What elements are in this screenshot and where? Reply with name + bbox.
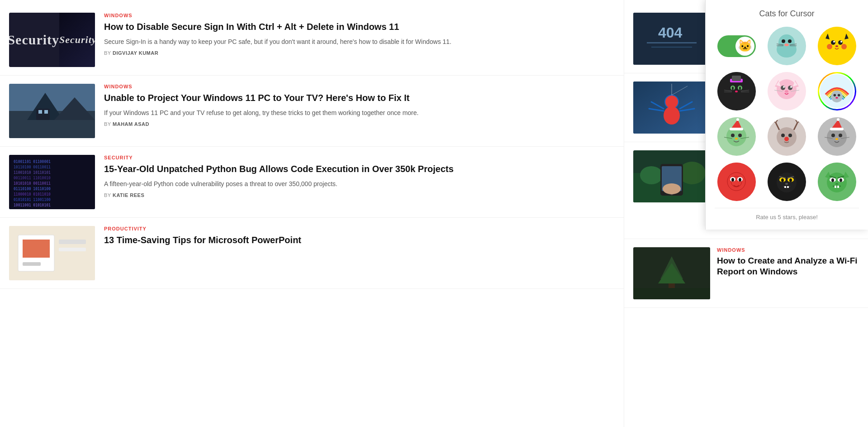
svg-point-54 <box>788 39 792 43</box>
article-category[interactable]: PRODUCTIVITY <box>104 226 615 231</box>
cat-santa-green[interactable] <box>715 117 758 156</box>
right-article-thumbnail[interactable]: 404 <box>633 13 710 65</box>
article-title[interactable]: 13 Time-Saving Tips for Microsoft PowerP… <box>104 234 615 246</box>
cat-toggle-item[interactable]: 🐱 <box>715 27 758 65</box>
svg-rect-76 <box>732 76 741 81</box>
svg-point-136 <box>726 172 746 192</box>
cat-reindeer[interactable] <box>765 117 808 156</box>
svg-point-131 <box>839 134 842 137</box>
svg-point-111 <box>735 138 738 139</box>
svg-point-69 <box>840 41 842 43</box>
cat-spider[interactable] <box>715 163 758 201</box>
right-article-thumbnail[interactable] <box>633 82 710 134</box>
svg-point-68 <box>833 41 835 43</box>
cat-pink[interactable] <box>765 72 808 110</box>
article-excerpt: If your Windows 11 PC and your TV refuse… <box>104 108 615 118</box>
article-author: BY MAHAM ASAD <box>104 121 615 127</box>
svg-rect-26 <box>651 47 692 48</box>
svg-point-147 <box>781 178 784 182</box>
right-article-content: WINDOWS How to Create and Analyze a Wi-F… <box>717 247 859 281</box>
svg-rect-165 <box>835 186 836 188</box>
article-thumbnail[interactable]: 01001101 01100001 10110100 00110011 1100… <box>9 155 95 209</box>
svg-point-67 <box>838 40 843 45</box>
svg-point-123 <box>788 134 792 137</box>
svg-point-102 <box>838 94 840 97</box>
svg-rect-20 <box>23 262 41 266</box>
right-article-category[interactable]: WINDOWS <box>717 247 859 253</box>
svg-rect-22 <box>59 248 86 251</box>
article-category[interactable]: WINDOWS <box>104 84 615 89</box>
svg-point-74 <box>727 80 745 98</box>
cat-villain[interactable] <box>765 163 808 201</box>
svg-point-87 <box>777 79 797 99</box>
svg-rect-19 <box>23 240 50 258</box>
svg-point-141 <box>731 178 734 182</box>
article-thumbnail[interactable] <box>9 226 95 280</box>
svg-point-66 <box>831 40 835 45</box>
svg-point-55 <box>784 43 789 46</box>
cats-popup-title: Cats for Cursor <box>715 9 859 19</box>
article-item: Security WINDOWS How to Disable Secure S… <box>0 5 624 76</box>
svg-point-95 <box>790 86 792 88</box>
svg-point-53 <box>782 39 785 43</box>
cat-teal[interactable] <box>765 27 808 65</box>
article-content: WINDOWS Unable to Project Your Windows 1… <box>104 84 615 127</box>
right-article-item: WINDOWS How to Create and Analyze a Wi-F… <box>624 239 868 308</box>
article-content: SECURITY 15-Year-Old Unpatched Python Bu… <box>104 155 615 198</box>
svg-rect-152 <box>784 186 786 188</box>
svg-point-79 <box>732 86 734 90</box>
svg-text:11001010 10110101: 11001010 10110101 <box>14 171 51 175</box>
svg-point-94 <box>783 86 785 88</box>
cat-pikachu[interactable] <box>816 27 859 65</box>
svg-point-44 <box>663 183 681 194</box>
right-article-title[interactable]: How to Create and Analyze a Wi-Fi Report… <box>717 255 859 278</box>
svg-point-161 <box>840 178 842 182</box>
cat-santa-grey[interactable] <box>816 117 859 156</box>
article-author: BY DIGVIJAY KUMAR <box>104 50 615 56</box>
right-article-thumbnail[interactable] <box>633 150 710 202</box>
svg-text:01010101 11001100: 01010101 11001100 <box>14 198 51 202</box>
article-item: WINDOWS Unable to Project Your Windows 1… <box>0 76 624 147</box>
svg-rect-128 <box>830 128 844 130</box>
cat-green-angry[interactable] <box>816 163 859 201</box>
svg-rect-166 <box>837 186 839 188</box>
cats-popup: Cats for Cursor 🐱 <box>705 0 868 230</box>
svg-point-80 <box>739 86 741 90</box>
svg-point-108 <box>736 118 739 121</box>
svg-point-129 <box>837 118 840 121</box>
article-excerpt: A fifteen-year-old Python code vulnerabi… <box>104 179 615 189</box>
svg-text:01110100 10110100: 01110100 10110100 <box>14 187 51 191</box>
article-title[interactable]: How to Disable Secure Sign In With Ctrl … <box>104 21 615 33</box>
svg-point-124 <box>784 137 789 141</box>
article-category[interactable]: SECURITY <box>104 155 615 160</box>
svg-point-103 <box>836 97 839 99</box>
svg-text:00110011 11010010: 00110011 11010010 <box>14 176 51 180</box>
article-title[interactable]: Unable to Project Your Windows 11 PC to … <box>104 92 615 104</box>
svg-point-71 <box>841 44 847 49</box>
security-thumb-image: Security <box>59 13 95 67</box>
svg-point-160 <box>831 178 834 182</box>
article-thumbnail[interactable] <box>9 84 95 138</box>
cat-black[interactable] <box>715 72 758 110</box>
main-layout: Security WINDOWS How to Disable Secure S… <box>0 0 868 427</box>
svg-point-30 <box>664 106 680 125</box>
article-thumbnail[interactable]: Security <box>9 13 95 67</box>
left-articles-section: Security WINDOWS How to Disable Secure S… <box>0 0 624 427</box>
article-author: BY KATIE REES <box>104 192 615 198</box>
svg-point-144 <box>777 173 797 192</box>
svg-point-109 <box>731 134 735 137</box>
article-title[interactable]: 15-Year-Old Unpatched Python Bug Allows … <box>104 163 615 175</box>
svg-text:01001101 01100001: 01001101 01100001 <box>14 160 51 164</box>
right-article-thumbnail[interactable] <box>633 247 710 299</box>
svg-point-132 <box>835 138 838 140</box>
svg-point-70 <box>827 44 832 49</box>
svg-rect-25 <box>647 42 697 43</box>
article-content: PRODUCTIVITY 13 Time-Saving Tips for Mic… <box>104 226 615 250</box>
cat-rainbow[interactable] <box>816 72 859 110</box>
svg-point-164 <box>835 183 838 185</box>
article-excerpt: Secure Sign-In is a handy way to keep yo… <box>104 37 615 47</box>
svg-rect-6 <box>44 110 48 114</box>
cats-grid: 🐱 <box>715 27 859 201</box>
article-category[interactable]: WINDOWS <box>104 13 615 18</box>
article-content: WINDOWS How to Disable Secure Sign In Wi… <box>104 13 615 56</box>
